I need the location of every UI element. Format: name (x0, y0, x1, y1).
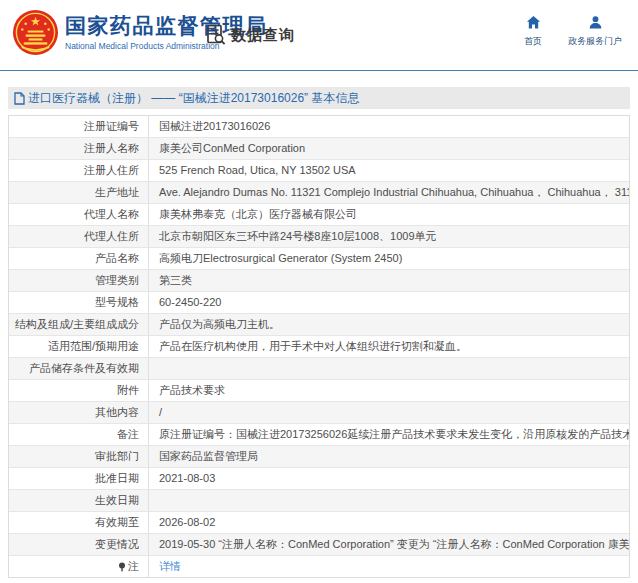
row-label-text: 产品储存条件及有效期 (29, 358, 139, 379)
detail-link[interactable]: 详情 (159, 556, 181, 577)
table-row: 其他内容 / (9, 402, 629, 424)
row-label: 适用范围/预期用途 (9, 336, 149, 357)
row-value: 525 French Road, Utica, NY 13502 USA (149, 160, 629, 181)
table-row: 注册证编号 国械注进20173016026 (9, 116, 629, 138)
table-row: 注册人名称 康美公司ConMed Corporation (9, 138, 629, 160)
row-value: 详情 (149, 556, 629, 577)
row-label: 生产地址 (9, 182, 149, 203)
national-emblem-icon (12, 9, 59, 56)
row-label-text: 适用范围/预期用途 (48, 336, 139, 357)
row-label-text: 代理人住所 (84, 226, 139, 247)
header-right-nav: 首页 政务服务门户 (524, 15, 622, 48)
document-icon (14, 92, 25, 105)
row-label: 产品名称 (9, 248, 149, 269)
table-row: 注册人住所 525 French Road, Utica, NY 13502 U… (9, 160, 629, 182)
row-label: 变更情况 (9, 534, 149, 555)
table-row: 批准日期 2021-08-03 (9, 468, 629, 490)
table-row: 生效日期 (9, 490, 629, 512)
nav-gov-portal-label: 政务服务门户 (568, 35, 622, 48)
row-label: 审批部门 (9, 446, 149, 467)
table-row: 附件 产品技术要求 (9, 380, 629, 402)
row-value: 产品仅为高频电刀主机。 (149, 314, 629, 335)
table-row: 生产地址 Ave. Alejandro Dumas No. 11321 Comp… (9, 182, 629, 204)
registration-info-table: 注册证编号 国械注进20173016026 注册人名称 康美公司ConMed C… (8, 115, 630, 578)
row-value: Ave. Alejandro Dumas No. 11321 Complejo … (149, 182, 629, 203)
row-value: 产品技术要求 (149, 380, 629, 401)
nav-gov-portal[interactable]: 政务服务门户 (568, 15, 622, 48)
row-value: 第三类 (149, 270, 629, 291)
row-label-text: 注册人名称 (84, 138, 139, 159)
note-icon (118, 562, 126, 572)
row-label-text: 批准日期 (95, 468, 139, 489)
row-value: 国械注进20173016026 (149, 116, 629, 137)
table-row: 适用范围/预期用途 产品在医疗机构使用，用于手术中对人体组织进行切割和凝血。 (9, 336, 629, 358)
table-row: 备注 原注册证编号：国械注进20173256026延续注册产品技术要求未发生变化… (9, 424, 629, 446)
table-row: 产品储存条件及有效期 (9, 358, 629, 380)
page-title: 进口医疗器械（注册） —— “国械注进20173016026” 基本信息 (28, 90, 359, 107)
table-row: 型号规格 60-2450-220 (9, 292, 629, 314)
row-label: 批准日期 (9, 468, 149, 489)
row-value (149, 358, 629, 379)
row-value: 2019-05-30 “注册人名称：ConMed Corporation” 变更… (149, 534, 629, 555)
data-query-nav[interactable]: 数据查询 (206, 24, 295, 46)
row-label-text: 产品名称 (95, 248, 139, 269)
header: 国家药品监督管理局 National Medical Products Admi… (0, 0, 638, 70)
row-value: 2026-08-02 (149, 512, 629, 533)
table-row: 产品名称 高频电刀Electrosurgical Generator (Syst… (9, 248, 629, 270)
nav-home-label: 首页 (524, 35, 542, 48)
data-query-icon (206, 24, 227, 46)
row-label: 附件 (9, 380, 149, 401)
table-row: 有效期至 2026-08-02 (9, 512, 629, 534)
row-label: 注册证编号 (9, 116, 149, 137)
row-label-text: 注 (128, 556, 139, 577)
row-label-text: 备注 (117, 424, 139, 445)
row-label: 注册人名称 (9, 138, 149, 159)
row-label: 注册人住所 (9, 160, 149, 181)
header-divider (0, 70, 638, 71)
row-value: 国家药品监督管理局 (149, 446, 629, 467)
row-value: 北京市朝阳区东三环中路24号楼8座10层1008、1009单元 (149, 226, 629, 247)
row-label-text: 附件 (117, 380, 139, 401)
row-label-text: 其他内容 (95, 402, 139, 423)
table-row: 管理类别 第三类 (9, 270, 629, 292)
row-label: 代理人住所 (9, 226, 149, 247)
data-query-label: 数据查询 (231, 26, 295, 45)
row-label: 备注 (9, 424, 149, 445)
person-icon (588, 15, 603, 30)
nav-home[interactable]: 首页 (524, 15, 542, 48)
table-row: 审批部门 国家药品监督管理局 (9, 446, 629, 468)
row-label-text: 生产地址 (95, 182, 139, 203)
row-value: 产品在医疗机构使用，用于手术中对人体组织进行切割和凝血。 (149, 336, 629, 357)
row-label: 生效日期 (9, 490, 149, 511)
page-title-bar: 进口医疗器械（注册） —— “国械注进20173016026” 基本信息 (8, 87, 630, 109)
row-label-text: 生效日期 (95, 490, 139, 511)
row-label: 产品储存条件及有效期 (9, 358, 149, 379)
table-row: 注 详情 (9, 556, 629, 578)
row-label: 代理人名称 (9, 204, 149, 225)
row-label-text: 型号规格 (95, 292, 139, 313)
row-label-text: 有效期至 (95, 512, 139, 533)
row-value: 原注册证编号：国械注进20173256026延续注册产品技术要求未发生变化，沿用… (149, 424, 629, 445)
row-value: 高频电刀Electrosurgical Generator (System 24… (149, 248, 629, 269)
row-label-text: 变更情况 (95, 534, 139, 555)
row-label-text: 管理类别 (95, 270, 139, 291)
row-label-text: 注册人住所 (84, 160, 139, 181)
row-label: 型号规格 (9, 292, 149, 313)
row-value: 60-2450-220 (149, 292, 629, 313)
home-icon (526, 15, 541, 30)
table-row: 代理人名称 康美林弗泰克（北京）医疗器械有限公司 (9, 204, 629, 226)
row-value: 康美公司ConMed Corporation (149, 138, 629, 159)
table-row: 结构及组成/主要组成成分 产品仅为高频电刀主机。 (9, 314, 629, 336)
row-label: 管理类别 (9, 270, 149, 291)
row-value: / (149, 402, 629, 423)
row-value: 康美林弗泰克（北京）医疗器械有限公司 (149, 204, 629, 225)
row-label-text: 注册证编号 (84, 116, 139, 137)
row-value (149, 490, 629, 511)
row-label: 结构及组成/主要组成成分 (9, 314, 149, 335)
row-label-text: 代理人名称 (84, 204, 139, 225)
row-value: 2021-08-03 (149, 468, 629, 489)
table-row: 代理人住所 北京市朝阳区东三环中路24号楼8座10层1008、1009单元 (9, 226, 629, 248)
row-label: 注 (9, 556, 149, 577)
row-label: 其他内容 (9, 402, 149, 423)
row-label-text: 结构及组成/主要组成成分 (15, 314, 139, 335)
